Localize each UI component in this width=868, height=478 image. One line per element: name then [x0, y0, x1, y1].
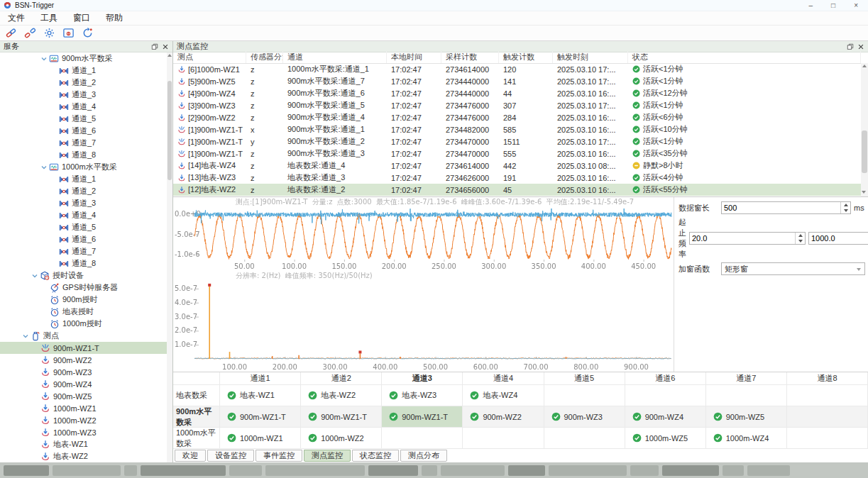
channel-cell[interactable]: 900m-WZ2 [463, 406, 544, 427]
gear-icon[interactable] [42, 26, 56, 40]
channel-cell[interactable]: 地表-WZ3 [382, 385, 463, 406]
tree-item-通道_2[interactable]: 通道_2 [0, 185, 167, 197]
waveform-chart[interactable] [173, 197, 674, 271]
channel-cell[interactable]: 地表-WZ4 [463, 385, 544, 406]
column-header-通道[interactable]: 通道 [283, 51, 387, 63]
tab-测点监控[interactable]: 测点监控 [304, 450, 351, 462]
tree-item-900m-WZ2[interactable]: 900m-WZ2 [0, 354, 167, 366]
freq-to-input[interactable] [808, 232, 868, 245]
tree-item-通道_5[interactable]: 通道_5 [0, 221, 167, 233]
link-icon[interactable] [4, 26, 18, 40]
tree-item-900m-WZ4[interactable]: 900m-WZ4 [0, 378, 167, 390]
tree-item-1000m-WZ1[interactable]: 1000m-WZ1 [0, 402, 167, 414]
freq-to-field[interactable] [809, 233, 868, 244]
scroll-up-icon[interactable] [862, 65, 867, 67]
tree-item-900m-WZ3[interactable]: 900m-WZ3 [0, 366, 167, 378]
tree-item-通道_1[interactable]: 通道_1 [0, 173, 167, 185]
tree-item-通道_4[interactable]: 通道_4 [0, 101, 167, 113]
menu-帮助[interactable]: 帮助 [98, 12, 131, 24]
tree-item-通道_2[interactable]: 通道_2 [0, 77, 167, 89]
tree-item-900m-WZ1-T[interactable]: 900m-WZ1-T [0, 342, 167, 354]
channel-cell[interactable]: 1000m-WZ1 [220, 428, 301, 448]
tree-scrollbar[interactable] [167, 52, 172, 462]
chevron-down-icon[interactable] [40, 55, 48, 62]
column-header-触发计数[interactable]: 触发计数 [499, 51, 553, 63]
tree-item-地表授时[interactable]: 地表授时 [0, 306, 167, 318]
tab-状态监控[interactable]: 状态监控 [352, 450, 399, 462]
tree-item-1000m-WZ3[interactable]: 1000m-WZ3 [0, 426, 167, 438]
tree-item-1000m授时[interactable]: 1000m授时 [0, 318, 167, 330]
channel-cell[interactable]: 900m-WZ1-T [220, 406, 301, 427]
channel-cell[interactable]: 1000m-WZ5 [625, 428, 706, 448]
scroll-down-icon[interactable] [862, 191, 866, 194]
window-function-select[interactable]: 矩形窗 [721, 262, 865, 275]
column-header-状态[interactable]: 状态 [628, 51, 861, 63]
unlink-icon[interactable] [23, 26, 37, 40]
channel-cell[interactable]: 900m-WZ1-T [301, 406, 382, 427]
tree-item-授时设备[interactable]: 授时设备 [0, 269, 167, 282]
scroll-up-icon[interactable] [167, 54, 172, 57]
point-row-[12]地表-WZ2-z[interactable]: [12]地表-WZ2z地表数采:通道_217:02:47273465600045… [173, 184, 861, 196]
point-row-[13]地表-WZ3-z[interactable]: [13]地表-WZ3z地表数采:通道_317:02:47273462600019… [173, 172, 861, 184]
freq-from-field[interactable] [690, 233, 795, 244]
column-header-采样计数[interactable]: 采样计数 [441, 51, 499, 63]
tree-item-900m授时[interactable]: 900m授时 [0, 294, 167, 306]
float-panel-icon[interactable] [847, 43, 854, 50]
close-panel-icon[interactable] [162, 43, 169, 50]
tab-事件监控[interactable]: 事件监控 [256, 450, 302, 462]
scrollbar-thumb[interactable] [862, 130, 867, 173]
window-length-field[interactable] [722, 202, 840, 213]
point-row-[4]900m-WZ4-z[interactable]: [4]900m-WZ4z900m水平数采:通道_617:02:472734440… [173, 87, 861, 99]
tree-item-通道_7[interactable]: 通道_7 [0, 245, 167, 257]
column-header-本地时间[interactable]: 本地时间 [387, 51, 441, 63]
column-header-传感器分量[interactable]: 传感器分量 [246, 51, 283, 63]
window-length-spinner[interactable] [840, 202, 850, 213]
point-row-[3]900m-WZ3-z[interactable]: [3]900m-WZ3z900m水平数采:通道_517:02:472734476… [173, 99, 861, 111]
chevron-down-icon[interactable] [31, 272, 38, 279]
maximize-button[interactable]: □ [831, 1, 835, 9]
column-header-测点[interactable]: 测点 [173, 51, 246, 63]
close-panel-icon[interactable] [857, 43, 864, 50]
column-header-触发时刻[interactable]: 触发时刻 [553, 51, 628, 63]
menu-窗口[interactable]: 窗口 [65, 12, 98, 24]
point-row-[1]900m-WZ1-T-y[interactable]: [1]900m-WZ1-Ty900m水平数采:通道_217:02:4727344… [173, 135, 861, 148]
tree-item-通道_8[interactable]: 通道_8 [0, 149, 167, 161]
channel-cell[interactable]: 900m-WZ5 [706, 406, 787, 427]
console-window-icon[interactable] [61, 26, 75, 40]
point-row-[5]900m-WZ5-z[interactable]: [5]900m-WZ5z900m水平数采:通道_717:02:472734440… [173, 75, 861, 87]
refresh-icon[interactable] [80, 26, 94, 40]
tree-item-通道_8[interactable]: 通道_8 [0, 257, 167, 269]
tree-item-通道_5[interactable]: 通道_5 [0, 113, 167, 125]
tree-item-通道_7[interactable]: 通道_7 [0, 137, 167, 149]
point-row-[1]900m-WZ1-T-x[interactable]: [1]900m-WZ1-Tx900m水平数采:通道_117:02:4727344… [173, 123, 861, 135]
tree-item-测点[interactable]: 测点 [0, 330, 167, 342]
minimize-button[interactable]: – [809, 1, 813, 9]
channel-cell[interactable]: 地表-WZ1 [220, 385, 301, 406]
window-length-input[interactable] [721, 201, 851, 214]
chevron-down-icon[interactable] [40, 164, 48, 171]
tree-item-通道_1[interactable]: 通道_1 [0, 65, 167, 77]
tree-item-地表-WZ1[interactable]: 地表-WZ1 [0, 438, 167, 450]
tree-item-1000m-WZ2[interactable]: 1000m-WZ2 [0, 414, 167, 426]
tree-item-通道_6[interactable]: 通道_6 [0, 233, 167, 245]
menu-工具[interactable]: 工具 [33, 12, 65, 24]
table-scrollbar[interactable] [861, 63, 868, 196]
tab-欢迎[interactable]: 欢迎 [175, 450, 206, 462]
channel-cell[interactable]: 900m-WZ4 [625, 406, 706, 427]
freq-from-spinner[interactable] [795, 233, 805, 244]
tab-设备监控[interactable]: 设备监控 [207, 450, 254, 462]
channel-cell[interactable]: 1000m-WZ2 [301, 428, 382, 448]
channel-cell[interactable]: 900m-WZ3 [544, 406, 625, 427]
tree-item-900m-WZ5[interactable]: 900m-WZ5 [0, 390, 167, 402]
channel-cell[interactable]: 900m-WZ1-T [382, 406, 463, 427]
tree-item-通道_4[interactable]: 通道_4 [0, 209, 167, 221]
float-panel-icon[interactable] [151, 43, 158, 50]
tree-item-1000m水平数采[interactable]: 1000m水平数采 [0, 161, 167, 173]
spectrum-chart[interactable] [173, 271, 674, 372]
point-row-[2]900m-WZ2-z[interactable]: [2]900m-WZ2z900m水平数采:通道_417:02:472734476… [173, 111, 861, 123]
menu-文件[interactable]: 文件 [0, 12, 33, 24]
channel-cell[interactable]: 1000m-WZ4 [706, 428, 787, 448]
tab-测点分布[interactable]: 测点分布 [400, 450, 447, 462]
tree-item-地表-WZ2[interactable]: 地表-WZ2 [0, 450, 167, 462]
tree-item-通道_6[interactable]: 通道_6 [0, 125, 167, 137]
